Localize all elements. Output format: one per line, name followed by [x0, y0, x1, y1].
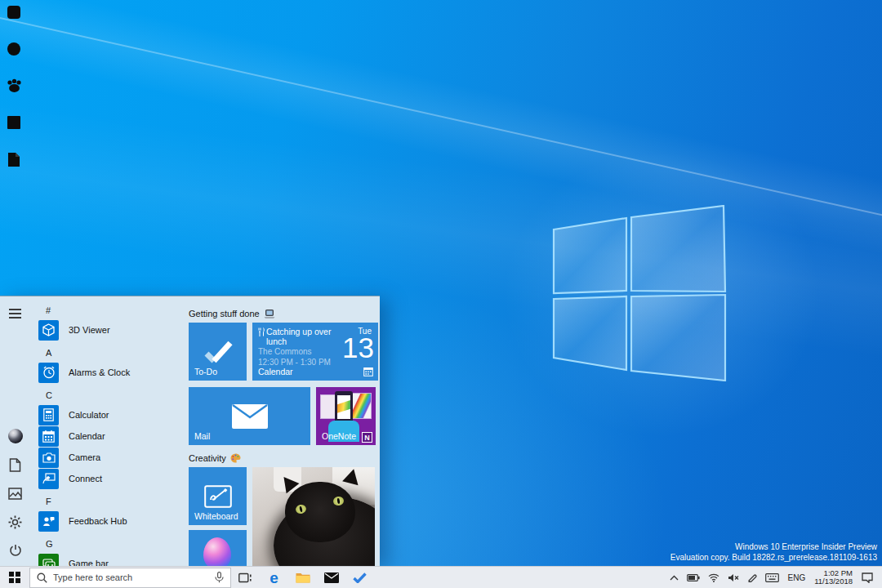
- start-button[interactable]: [0, 567, 29, 588]
- pictures-button[interactable]: [0, 481, 30, 506]
- connect-icon: [38, 469, 59, 489]
- microphone-icon[interactable]: [207, 572, 230, 583]
- section-header[interactable]: G: [46, 538, 184, 550]
- app-item-connect[interactable]: Connect: [38, 468, 184, 489]
- todo-icon: [353, 572, 367, 583]
- section-header[interactable]: C: [46, 390, 184, 401]
- desktop-shortcut-paw-icon[interactable]: [6, 78, 22, 93]
- user-avatar: [8, 429, 23, 443]
- artist-palette-emoji: [230, 453, 241, 463]
- battery-status[interactable]: [683, 567, 704, 588]
- touch-keyboard-button[interactable]: [761, 567, 783, 588]
- task-view-icon: [238, 572, 252, 583]
- tile-group-title[interactable]: Getting stuff done: [189, 307, 378, 320]
- windows-start-icon: [9, 572, 21, 584]
- volume-status[interactable]: [724, 567, 743, 588]
- tile-label: Whiteboard: [194, 511, 238, 521]
- insider-watermark: Windows 10 Enterprise Insider Preview Ev…: [670, 541, 877, 563]
- language-label: ENG: [787, 573, 805, 582]
- tile-cat-photo[interactable]: [252, 467, 375, 566]
- desktop-shortcuts: [6, 5, 22, 167]
- tile-whiteboard[interactable]: Whiteboard: [189, 467, 247, 525]
- 3d-viewer-icon: [38, 320, 59, 341]
- desktop-shortcut-square-icon[interactable]: [6, 115, 22, 130]
- desktop: Windows 10 Enterprise Insider Preview Ev…: [0, 0, 882, 588]
- app-item-camera[interactable]: Camera: [38, 447, 184, 468]
- pictures-icon: [8, 488, 22, 500]
- settings-icon: [8, 515, 22, 529]
- mail-button[interactable]: [317, 567, 345, 588]
- paint-3d-balloon-icon: [203, 537, 231, 566]
- envelope-icon: [232, 404, 268, 429]
- chevron-up-icon: [670, 575, 679, 581]
- event-day: 13: [342, 333, 374, 363]
- tile-mail[interactable]: Mail: [189, 387, 310, 445]
- settings-button[interactable]: [0, 510, 30, 534]
- app-label: Calculator: [69, 410, 109, 420]
- hidden-icons-button[interactable]: [666, 567, 683, 588]
- power-button[interactable]: [0, 538, 30, 563]
- section-header[interactable]: #: [46, 305, 184, 316]
- desktop-shortcut-circle-icon[interactable]: [6, 42, 22, 56]
- file-explorer-icon: [296, 572, 310, 583]
- clock[interactable]: 1:02 PM 11/13/2018: [809, 569, 858, 586]
- app-label: Connect: [69, 474, 102, 483]
- edge-icon: e: [270, 570, 278, 586]
- tile-label: Mail: [194, 431, 210, 441]
- tile-to-do[interactable]: To-Do: [189, 323, 247, 381]
- system-tray: ENG 1:02 PM 11/13/2018: [666, 567, 882, 588]
- expand-menu-button[interactable]: [0, 301, 30, 326]
- documents-button[interactable]: [0, 452, 30, 477]
- file-explorer-button[interactable]: [288, 567, 317, 588]
- desktop-shortcut-document-icon[interactable]: [6, 152, 22, 167]
- camera-icon: [38, 448, 59, 468]
- tile-paint-3d[interactable]: [189, 530, 247, 566]
- start-menu-rail: [0, 296, 30, 566]
- calendar-glyph-icon: [363, 367, 373, 376]
- tile-label: To-Do: [194, 367, 217, 376]
- onenote-promo-image: [320, 391, 372, 432]
- section-header[interactable]: A: [46, 347, 184, 359]
- app-item-feedback-hub[interactable]: Feedback Hub: [38, 510, 184, 532]
- date-label: 11/13/2018: [814, 577, 853, 586]
- desktop-shortcut-rounded-square-icon[interactable]: [6, 5, 22, 20]
- network-status[interactable]: [704, 567, 724, 588]
- pen-status[interactable]: [743, 567, 761, 588]
- action-center-button[interactable]: [858, 567, 877, 588]
- taskbar-search[interactable]: [29, 568, 231, 588]
- section-header[interactable]: F: [46, 496, 184, 507]
- app-label: 3D Viewer: [69, 325, 110, 335]
- cat-head: [285, 482, 355, 542]
- battery-icon: [687, 574, 700, 581]
- windows-logo: [552, 205, 727, 381]
- fork-knife-emoji: [258, 327, 265, 336]
- app-item-alarms-clock[interactable]: Alarms & Clock: [38, 362, 184, 383]
- task-view-button[interactable]: [231, 567, 260, 588]
- app-item-calculator[interactable]: Calculator: [38, 404, 184, 425]
- feedback-hub-icon: [38, 511, 59, 532]
- search-input[interactable]: [53, 572, 207, 582]
- language-indicator[interactable]: ENG: [783, 567, 809, 588]
- light-beam: [0, 0, 882, 271]
- tile-calendar[interactable]: Catching up over lunch The Commons 12:30…: [252, 323, 378, 381]
- app-label: Game bar: [69, 559, 109, 566]
- calendar-icon: [38, 426, 59, 447]
- documents-icon: [9, 458, 21, 472]
- app-item-game-bar[interactable]: Game bar: [38, 553, 184, 566]
- tile-onenote[interactable]: OneNote N: [316, 387, 376, 445]
- start-menu-app-list: # 3D Viewer A Alarms & Clock C Calcul: [30, 296, 184, 566]
- user-account-button[interactable]: [0, 424, 30, 448]
- action-center-icon: [862, 572, 873, 583]
- laptop-emoji: [264, 310, 275, 318]
- app-item-calendar[interactable]: Calendar: [38, 425, 184, 447]
- app-label: Feedback Hub: [69, 516, 127, 526]
- checkmark-icon: [202, 338, 234, 366]
- app-item-3d-viewer[interactable]: 3D Viewer: [38, 319, 184, 341]
- tile-label: OneNote: [322, 431, 356, 441]
- tile-label: Calendar: [258, 367, 293, 376]
- tile-group-title[interactable]: Creativity: [189, 452, 378, 465]
- to-do-button[interactable]: [345, 567, 374, 588]
- light-ray: [0, 10, 882, 234]
- touch-keyboard-icon: [765, 573, 779, 582]
- edge-button[interactable]: e: [260, 567, 288, 588]
